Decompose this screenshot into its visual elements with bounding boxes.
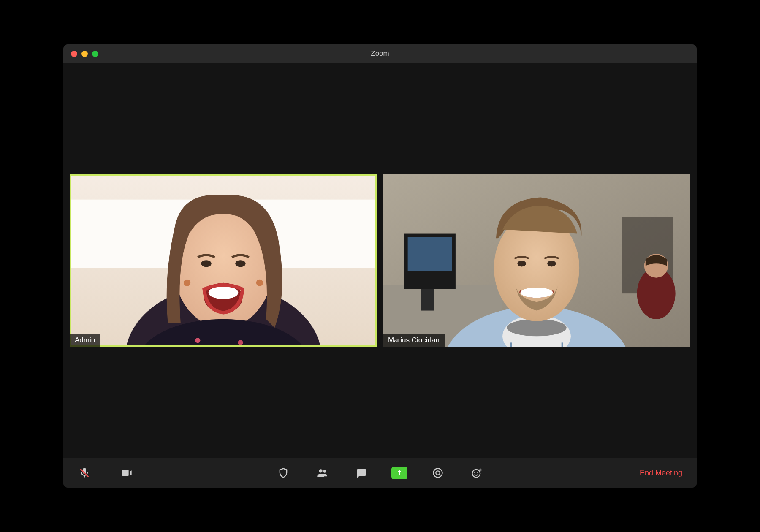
video-grid: Admin [70, 174, 690, 347]
meeting-toolbar: End Meeting [63, 458, 697, 488]
traffic-lights [63, 51, 98, 57]
video-tile-admin[interactable]: Admin [70, 174, 377, 347]
zoom-window: Zoom [63, 44, 697, 488]
toolbar-left-group [76, 464, 135, 481]
video-button[interactable] [118, 464, 135, 481]
record-circle-icon [432, 467, 444, 479]
chat-bubble-icon [355, 467, 367, 479]
close-window-button[interactable] [71, 51, 77, 57]
meeting-content: Admin [63, 63, 697, 458]
smiley-plus-icon [471, 467, 483, 479]
security-button[interactable] [275, 464, 292, 481]
svg-point-38 [472, 470, 480, 478]
svg-rect-20 [421, 289, 434, 311]
toolbar-right-group: End Meeting [638, 465, 684, 481]
participant-video-placeholder [383, 174, 690, 347]
video-camera-icon [121, 467, 133, 479]
svg-point-7 [209, 286, 239, 299]
svg-point-13 [238, 340, 243, 345]
svg-point-5 [235, 260, 245, 267]
participant-name-tag: Admin [70, 334, 100, 347]
video-tile-marius[interactable]: Marius Ciocirlan [383, 174, 690, 347]
titlebar[interactable]: Zoom [63, 44, 697, 63]
svg-point-37 [436, 471, 440, 475]
chat-button[interactable] [353, 464, 369, 481]
svg-point-8 [184, 280, 190, 286]
participant-video-placeholder [70, 174, 377, 347]
share-arrow-up-icon [395, 469, 404, 477]
toolbar-center-group [275, 464, 485, 481]
svg-point-36 [434, 469, 442, 478]
svg-point-29 [547, 261, 556, 267]
svg-point-28 [518, 261, 526, 267]
maximize-window-button[interactable] [92, 51, 98, 57]
share-screen-button[interactable] [391, 467, 407, 479]
mute-button[interactable] [76, 464, 93, 481]
participant-name-tag: Marius Ciocirlan [383, 334, 445, 347]
record-button[interactable] [429, 464, 446, 481]
svg-point-35 [323, 470, 326, 473]
svg-rect-19 [408, 237, 452, 271]
shield-icon [277, 467, 289, 479]
reactions-button[interactable] [468, 464, 485, 481]
svg-point-4 [201, 260, 211, 267]
svg-point-30 [521, 288, 553, 298]
minimize-window-button[interactable] [81, 51, 88, 57]
microphone-muted-icon [79, 467, 90, 479]
participants-button[interactable] [314, 464, 331, 481]
svg-point-11 [195, 338, 200, 343]
people-icon [316, 467, 328, 479]
svg-point-9 [256, 280, 263, 286]
svg-point-34 [319, 469, 322, 472]
end-meeting-button[interactable]: End Meeting [638, 465, 684, 481]
svg-point-40 [477, 472, 478, 473]
svg-point-39 [474, 472, 475, 473]
svg-point-26 [507, 319, 567, 336]
window-title: Zoom [371, 49, 389, 58]
